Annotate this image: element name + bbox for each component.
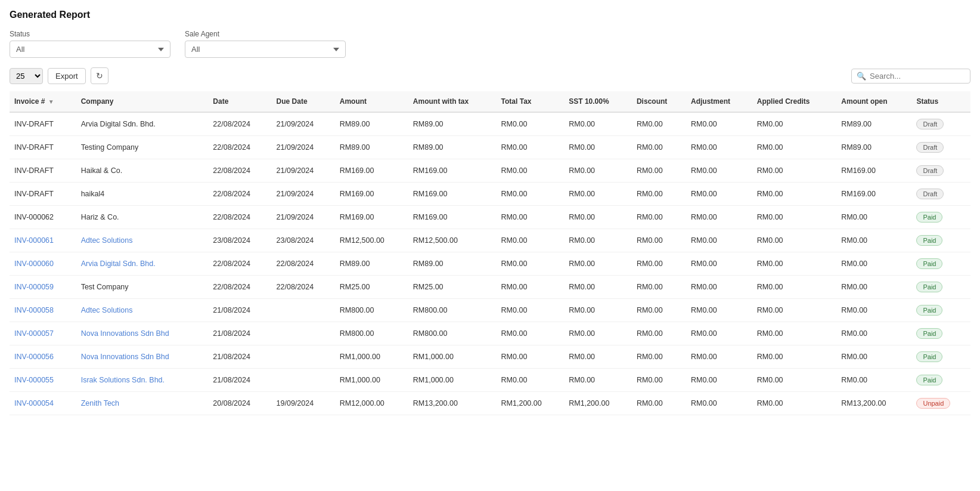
cell-amount-tax: RM12,500.00 [408,229,497,252]
cell-amount-tax: RM800.00 [408,322,497,345]
table-row: INV-000054 Zenith Tech 20/08/2024 19/09/… [10,392,970,415]
cell-applied-credits: RM0.00 [752,136,837,159]
cell-amount-open: RM0.00 [836,322,911,345]
per-page-select[interactable]: 25 10 50 100 [10,68,43,84]
search-input[interactable] [870,72,965,81]
cell-invoice[interactable]: INV-000058 [10,299,76,322]
table-row: INV-000057 Nova Innovations Sdn Bhd 21/0… [10,322,970,345]
cell-applied-credits: RM0.00 [752,229,837,252]
cell-sst: RM0.00 [564,345,632,369]
cell-discount: RM0.00 [632,159,686,183]
cell-company[interactable]: Israk Solutions Sdn. Bhd. [76,369,209,392]
cell-amount: RM169.00 [335,183,408,206]
cell-date: 21/08/2024 [208,369,271,392]
cell-amount-tax: RM25.00 [408,276,497,299]
cell-total-tax: RM0.00 [497,322,565,345]
cell-discount: RM0.00 [632,345,686,369]
cell-applied-credits: RM0.00 [752,299,837,322]
toolbar: 25 10 50 100 Export ↻ 🔍 [10,67,970,84]
invoice-link[interactable]: INV-000058 [14,306,54,314]
cell-amount-tax: RM169.00 [408,159,497,183]
company-name: Haikal & Co. [81,166,122,175]
cell-adjustment: RM0.00 [686,229,752,252]
company-name[interactable]: Israk Solutions Sdn. Bhd. [81,376,165,384]
refresh-button[interactable]: ↻ [91,67,108,84]
cell-discount: RM0.00 [632,299,686,322]
cell-invoice[interactable]: INV-000054 [10,392,76,415]
cell-due-date: 21/09/2024 [272,206,335,229]
cell-sst: RM0.00 [564,369,632,392]
cell-total-tax: RM0.00 [497,136,565,159]
cell-due-date: 21/09/2024 [272,159,335,183]
cell-invoice[interactable]: INV-000057 [10,322,76,345]
company-name[interactable]: Nova Innovations Sdn Bhd [81,353,169,361]
cell-sst: RM0.00 [564,136,632,159]
invoice-link[interactable]: INV-000057 [14,329,54,338]
status-filter-label: Status [10,30,170,38]
cell-discount: RM0.00 [632,276,686,299]
invoice-link: INV-DRAFT [14,166,54,175]
invoice-link[interactable]: INV-000060 [14,260,54,268]
cell-amount: RM1,000.00 [335,369,408,392]
cell-company[interactable]: Arvia Digital Sdn. Bhd. [76,252,209,276]
cell-status: Paid [911,322,970,345]
cell-total-tax: RM0.00 [497,276,565,299]
cell-invoice[interactable]: INV-000055 [10,369,76,392]
cell-company[interactable]: Adtec Solutions [76,229,209,252]
col-due-date: Due Date [272,91,335,112]
cell-adjustment: RM0.00 [686,112,752,136]
company-name[interactable]: Zenith Tech [81,399,119,407]
cell-status: Draft [911,136,970,159]
cell-total-tax: RM0.00 [497,299,565,322]
cell-sst: RM0.00 [564,112,632,136]
cell-company[interactable]: Nova Innovations Sdn Bhd [76,345,209,369]
company-name[interactable]: Nova Innovations Sdn Bhd [81,329,169,338]
cell-discount: RM0.00 [632,252,686,276]
status-badge: Unpaid [916,398,950,409]
status-filter-select[interactable]: All [10,41,170,58]
cell-invoice: INV-DRAFT [10,112,76,136]
search-box[interactable]: 🔍 [851,69,970,84]
invoice-link[interactable]: INV-000055 [14,376,54,384]
cell-amount-open: RM169.00 [836,159,911,183]
cell-discount: RM0.00 [632,183,686,206]
cell-company[interactable]: Zenith Tech [76,392,209,415]
export-button[interactable]: Export [48,68,86,84]
sort-icon-invoice: ▼ [48,98,54,105]
cell-amount: RM169.00 [335,159,408,183]
invoice-link[interactable]: INV-000054 [14,399,54,407]
cell-adjustment: RM0.00 [686,252,752,276]
status-badge: Draft [916,189,944,199]
company-name[interactable]: Arvia Digital Sdn. Bhd. [81,260,156,268]
cell-sst: RM0.00 [564,252,632,276]
invoice-link[interactable]: INV-000061 [14,236,54,245]
status-badge: Paid [916,351,942,362]
sale-agent-filter-select[interactable]: All [185,41,346,58]
cell-company[interactable]: Adtec Solutions [76,299,209,322]
cell-amount: RM12,000.00 [335,392,408,415]
table-row: INV-000060 Arvia Digital Sdn. Bhd. 22/08… [10,252,970,276]
cell-sst: RM0.00 [564,159,632,183]
company-name: Arvia Digital Sdn. Bhd. [81,120,156,128]
cell-invoice[interactable]: INV-000061 [10,229,76,252]
table-row: INV-DRAFT Haikal & Co. 22/08/2024 21/09/… [10,159,970,183]
table-header: Invoice # ▼ Company Date Due Date Amount… [10,91,970,112]
cell-due-date: 21/09/2024 [272,183,335,206]
company-name[interactable]: Adtec Solutions [81,236,133,245]
cell-total-tax: RM0.00 [497,112,565,136]
invoice-link[interactable]: INV-000059 [14,283,54,291]
cell-status: Paid [911,229,970,252]
col-sst: SST 10.00% [564,91,632,112]
cell-company[interactable]: Nova Innovations Sdn Bhd [76,322,209,345]
cell-invoice[interactable]: INV-000060 [10,252,76,276]
cell-amount: RM800.00 [335,299,408,322]
cell-invoice[interactable]: INV-000056 [10,345,76,369]
company-name[interactable]: Adtec Solutions [81,306,133,314]
cell-invoice: INV-DRAFT [10,183,76,206]
table-row: INV-000062 Hariz & Co. 22/08/2024 21/09/… [10,206,970,229]
cell-invoice[interactable]: INV-000059 [10,276,76,299]
invoice-link[interactable]: INV-000056 [14,353,54,361]
status-badge: Paid [916,328,942,339]
cell-applied-credits: RM0.00 [752,112,837,136]
cell-amount: RM89.00 [335,252,408,276]
